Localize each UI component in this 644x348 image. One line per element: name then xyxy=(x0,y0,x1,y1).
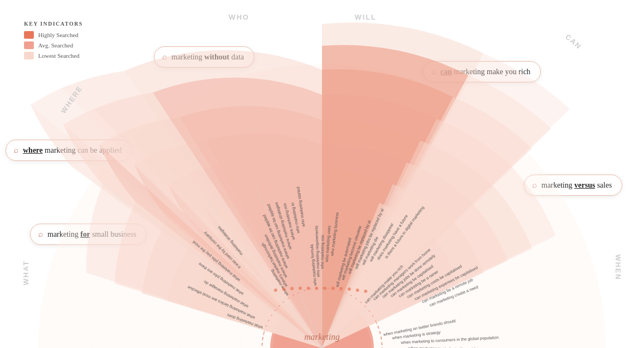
svg-text:marketing: marketing xyxy=(305,332,340,342)
svg-text:WHO: WHO xyxy=(229,13,249,21)
svg-text:CAN: CAN xyxy=(564,33,583,51)
svg-point-86 xyxy=(364,290,367,293)
svg-point-84 xyxy=(348,287,351,291)
svg-text:WILL: WILL xyxy=(355,13,377,21)
svg-point-80 xyxy=(315,287,318,290)
svg-text:WHEN: WHEN xyxy=(614,254,622,280)
svg-point-83 xyxy=(339,287,343,290)
svg-point-77 xyxy=(290,287,294,290)
svg-text:who marketing mix: who marketing mix xyxy=(320,235,325,269)
svg-point-79 xyxy=(307,287,310,290)
svg-point-85 xyxy=(356,289,359,292)
svg-point-76 xyxy=(282,287,285,291)
svg-point-81 xyxy=(323,287,326,290)
sunburst-chart: marketing xyxy=(0,0,644,348)
svg-text:WHAT: WHAT xyxy=(22,260,30,285)
svg-point-78 xyxy=(299,287,302,290)
svg-point-75 xyxy=(274,289,277,292)
svg-point-82 xyxy=(331,287,335,290)
